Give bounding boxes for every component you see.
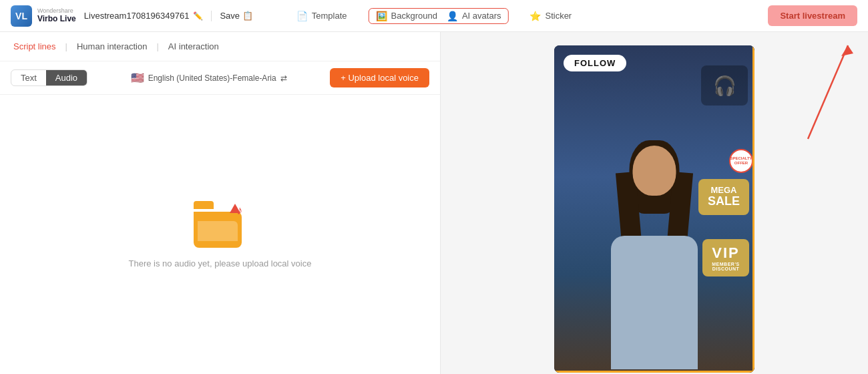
person-avatar	[588, 132, 721, 373]
text-toggle-button[interactable]: Text	[11, 70, 46, 85]
start-livestream-label: Start livestream	[780, 11, 845, 21]
logo-icon: VL	[11, 5, 32, 27]
ai-avatars-label: AI avatars	[462, 11, 501, 21]
preview-border-right	[752, 45, 754, 373]
background-nav[interactable]: 🖼️ Background 👤 AI avatars	[369, 8, 509, 24]
folder-body	[194, 212, 242, 248]
preview-container: FOLLOW 🎧 SPECIALTYOFFER MEGA SALE VIP ME…	[554, 45, 754, 373]
empty-state: ♪ There is no audio yet, please upload l…	[0, 95, 440, 374]
language-selector[interactable]: 🇺🇸 English (United States)-Female-Aria ⇄	[131, 71, 287, 84]
template-nav[interactable]: 📄 Template	[291, 8, 353, 24]
tab-separator-2: |	[156, 41, 158, 51]
tab-script-lines[interactable]: Script lines	[11, 32, 59, 61]
headphones-sticker: 🎧	[701, 65, 748, 106]
ai-avatars-icon: 👤	[447, 11, 458, 21]
language-label: English (United States)-Female-Aria	[148, 73, 276, 83]
red-arrow-annotation	[754, 32, 861, 146]
template-label: Template	[312, 11, 347, 21]
logo-bottom: Virbo Live	[37, 15, 76, 23]
header: VL Wondershare Virbo Live Livestream1708…	[0, 0, 868, 32]
background-icon: 🖼️	[376, 11, 387, 21]
folder-highlight	[198, 221, 238, 241]
folder-tab	[194, 201, 214, 209]
preview-border-bottom	[554, 371, 754, 373]
header-divider	[211, 11, 212, 21]
tab-ai-interaction[interactable]: AI interaction	[166, 32, 222, 61]
main-layout: Script lines | Human interaction | AI in…	[0, 32, 868, 374]
left-panel: Script lines | Human interaction | AI in…	[0, 32, 441, 374]
tab-separator-1: |	[65, 41, 67, 51]
music-folder-icon: ♪	[194, 201, 247, 248]
edit-icon[interactable]: ✏️	[193, 11, 203, 21]
save-label: Save	[220, 11, 240, 21]
upload-voice-label: + Upload local voice	[341, 73, 419, 83]
sticker-nav[interactable]: ⭐ Sticker	[524, 8, 577, 24]
tabs-row: Script lines | Human interaction | AI in…	[0, 32, 440, 61]
save-icon: 📋	[242, 11, 253, 21]
audio-toggle-button[interactable]: Audio	[46, 70, 87, 85]
arrow-up-icon	[230, 204, 240, 213]
right-panel: FOLLOW 🎧 SPECIALTYOFFER MEGA SALE VIP ME…	[441, 32, 868, 374]
flag-icon: 🇺🇸	[131, 71, 144, 84]
header-center-nav: 📄 Template 🖼️ Background 👤 AI avatars ⭐ …	[291, 8, 577, 24]
start-livestream-button[interactable]: Start livestream	[768, 5, 857, 26]
sticker-label: Sticker	[545, 11, 572, 21]
person-head	[633, 146, 676, 196]
sticker-icon: ⭐	[529, 11, 541, 21]
upload-voice-button[interactable]: + Upload local voice	[330, 68, 429, 87]
tab-human-interaction[interactable]: Human interaction	[74, 32, 150, 61]
svg-line-0	[808, 45, 848, 139]
script-controls: Text Audio 🇺🇸 English (United States)-Fe…	[0, 61, 440, 95]
logo-area: VL Wondershare Virbo Live	[11, 5, 76, 27]
follow-badge: FOLLOW	[564, 55, 626, 71]
stream-title-area: Livestream1708196349761 ✏️	[84, 11, 204, 21]
svg-marker-1	[841, 45, 853, 56]
stream-title-text: Livestream1708196349761	[84, 11, 190, 21]
save-button[interactable]: Save 📋	[220, 11, 253, 21]
language-exchange-icon: ⇄	[280, 73, 287, 83]
background-label: Background	[391, 11, 437, 21]
logo-text: Wondershare Virbo Live	[37, 8, 76, 23]
person-torso	[611, 236, 698, 369]
special-offer-badge: SPECIALTYOFFER	[729, 149, 753, 173]
text-audio-toggle: Text Audio	[11, 69, 87, 86]
empty-state-text: There is no audio yet, please upload loc…	[129, 258, 312, 268]
template-icon: 📄	[296, 11, 308, 21]
header-right: Start livestream	[768, 5, 857, 26]
